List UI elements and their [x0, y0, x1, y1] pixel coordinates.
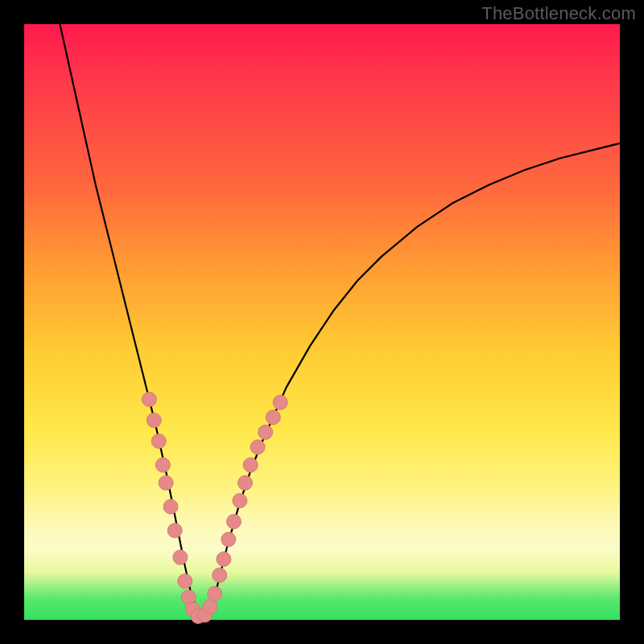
marker-dot: [163, 499, 178, 514]
watermark-text: TheBottleneck.com: [481, 3, 636, 24]
marker-dot: [226, 514, 241, 529]
highlighted-points: [142, 392, 287, 623]
marker-dot: [213, 568, 227, 583]
marker-dot: [217, 552, 231, 567]
marker-dot: [178, 574, 192, 588]
marker-dot: [243, 458, 258, 473]
marker-dot: [203, 600, 217, 614]
chart-frame: TheBottleneck.com: [0, 0, 644, 644]
marker-dot: [250, 440, 265, 454]
marker-dot: [221, 532, 236, 547]
marker-dot: [142, 392, 156, 407]
marker-dot: [167, 523, 182, 538]
marker-dot: [258, 425, 273, 440]
marker-dot: [266, 410, 280, 424]
marker-dot: [159, 476, 173, 490]
curve-layer: [24, 24, 620, 620]
marker-dot: [208, 586, 222, 601]
bottleneck-curve: [60, 24, 620, 618]
marker-dot: [233, 493, 247, 508]
marker-dot: [173, 550, 188, 564]
marker-dot: [273, 395, 287, 410]
marker-dot: [151, 434, 166, 448]
marker-dot: [147, 413, 161, 427]
marker-dot: [238, 476, 253, 490]
marker-dot: [155, 458, 170, 473]
plot-area: [24, 24, 620, 620]
